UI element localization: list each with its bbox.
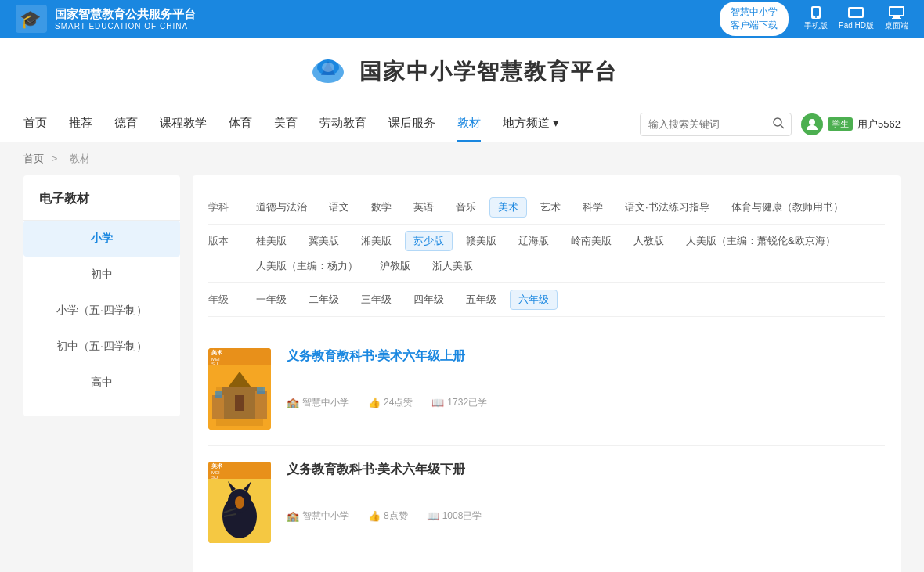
book-cover-svg-1: 美术 MEI SU — [208, 348, 271, 430]
user-info[interactable]: 学生 用户5562 — [801, 113, 901, 135]
nav-labor[interactable]: 劳动教育 — [319, 106, 366, 142]
sidebar-item-high[interactable]: 高中 — [23, 365, 180, 401]
grade-2[interactable]: 二年级 — [300, 290, 348, 310]
book-info-1: 义务教育教科书·美术六年级上册 🏫 智慧中小学 👍 24点赞 📖 1732 — [287, 348, 885, 409]
search-button[interactable] — [766, 117, 791, 131]
top-header-right: 智慧中小学客户端下载 手机版 Pad HD版 — [720, 2, 908, 36]
nav-sports[interactable]: 体育 — [229, 106, 252, 142]
breadcrumb-separator: > — [52, 153, 58, 164]
nav-home[interactable]: 首页 — [23, 106, 47, 142]
filter-art[interactable]: 美术 — [489, 197, 527, 218]
svg-line-16 — [781, 125, 784, 128]
grade-filter-tags: 一年级 二年级 三年级 四年级 五年级 六年级 — [247, 290, 558, 310]
avatar — [801, 113, 823, 135]
book-info-2: 义务教育教科书·美术六年级下册 🏫 智慧中小学 👍 8点赞 📖 1008已 — [287, 462, 885, 523]
like-icon-2: 👍 — [368, 510, 381, 522]
edition-ren-yang[interactable]: 人美版（主编：杨力） — [247, 256, 366, 276]
svg-point-14 — [322, 63, 334, 72]
platform-header: 国家中小学智慧教育平台 — [0, 38, 924, 106]
filter-calligraphy[interactable]: 语文·书法练习指导 — [616, 197, 718, 218]
book-cover-2[interactable]: 美术 MEI SU — [208, 462, 271, 543]
edition-ren[interactable]: 人教版 — [625, 231, 673, 251]
book-likes-label-2: 8点赞 — [384, 509, 408, 523]
desktop-icon — [888, 6, 905, 19]
book-cover-1[interactable]: 美术 MEI SU — [208, 348, 271, 430]
filter-science[interactable]: 科学 — [574, 197, 612, 218]
user-name: 用户5562 — [857, 117, 901, 131]
edition-liao[interactable]: 辽海版 — [510, 231, 558, 251]
book-likes-1: 👍 24点赞 — [368, 396, 413, 409]
nav-textbook[interactable]: 教材 — [457, 106, 481, 142]
grade-6[interactable]: 六年级 — [510, 290, 558, 310]
nav-local[interactable]: 地方频道 ▾ — [503, 106, 559, 142]
book-cover-svg-2: 美术 MEI SU — [208, 462, 271, 543]
svg-text:SU: SU — [211, 475, 218, 480]
nav-after-school[interactable]: 课后服务 — [388, 106, 435, 142]
grade-1[interactable]: 一年级 — [247, 290, 295, 310]
filter-moral[interactable]: 道德与法治 — [247, 197, 316, 218]
platform-logo: 国家中小学智慧教育平台 — [307, 50, 618, 93]
platform-logo-icon — [307, 50, 350, 93]
filter-arts-general[interactable]: 艺术 — [532, 197, 569, 218]
svg-point-40 — [235, 496, 244, 509]
grade-filter-label: 年级 — [208, 290, 232, 307]
filter-math[interactable]: 数学 — [363, 197, 400, 218]
breadcrumb: 首页 > 教材 — [0, 142, 924, 175]
edition-ling[interactable]: 岭南美版 — [562, 231, 620, 251]
download-button[interactable]: 智慧中小学客户端下载 — [720, 2, 789, 36]
search-input[interactable] — [641, 118, 766, 130]
book-reads-1: 📖 1732已学 — [431, 396, 487, 409]
book-list: 美术 MEI SU — [208, 333, 885, 559]
phone-device[interactable]: 手机版 — [804, 6, 828, 31]
breadcrumb-home[interactable]: 首页 — [23, 153, 44, 164]
grade-5[interactable]: 五年级 — [457, 290, 505, 310]
book-reads-label-1: 1732已学 — [447, 396, 487, 409]
nav-recommend[interactable]: 推荐 — [69, 106, 92, 142]
logo-main-text: 国家智慧教育公共服务平台 — [55, 6, 196, 22]
desktop-device[interactable]: 桌面端 — [885, 6, 908, 31]
filter-pe[interactable]: 体育与健康（教师用书） — [723, 197, 852, 218]
sidebar: 电子教材 小学 初中 小学（五·四学制） 初中（五·四学制） 高中 — [23, 175, 180, 416]
grade-3[interactable]: 三年级 — [352, 290, 400, 310]
book-source-1: 🏫 智慧中小学 — [287, 396, 349, 409]
book-reads-label-2: 1008已学 — [442, 509, 482, 523]
sidebar-item-primary[interactable]: 小学 — [23, 221, 180, 257]
edition-su[interactable]: 苏少版 — [405, 231, 453, 251]
tablet-device[interactable]: Pad HD版 — [839, 6, 874, 31]
building-icon-1: 🏫 — [287, 397, 299, 408]
svg-rect-10 — [892, 18, 901, 19]
svg-text:美术: 美术 — [211, 462, 223, 469]
book-title-1[interactable]: 义务教育教科书·美术六年级上册 — [287, 348, 885, 365]
edition-ren-xiao[interactable]: 人美版（主编：萧锐伦&欧京海） — [677, 231, 844, 251]
book-item: 美术 MEI SU — [208, 333, 885, 446]
edition-ji[interactable]: 冀美版 — [300, 231, 348, 251]
filter-chinese[interactable]: 语文 — [320, 197, 358, 218]
phone-label: 手机版 — [804, 20, 828, 31]
svg-point-4 — [815, 16, 817, 18]
nav-moral[interactable]: 德育 — [114, 106, 138, 142]
grade-4[interactable]: 四年级 — [405, 290, 453, 310]
filter-english[interactable]: 英语 — [405, 197, 442, 218]
edition-zhe[interactable]: 浙人美版 — [424, 256, 482, 276]
nav-bar: 首页 推荐 德育 课程教学 体育 美育 劳动教育 课后服务 教材 地方频道 ▾ — [0, 106, 924, 142]
nav-course[interactable]: 课程教学 — [160, 106, 207, 142]
edition-gan[interactable]: 赣美版 — [457, 231, 505, 251]
svg-rect-6 — [850, 9, 862, 16]
book-title-2[interactable]: 义务教育教科书·美术六年级下册 — [287, 462, 885, 478]
sidebar-item-primary-54[interactable]: 小学（五·四学制） — [23, 293, 180, 329]
desktop-label: 桌面端 — [885, 20, 908, 31]
sidebar-item-middle[interactable]: 初中 — [23, 257, 180, 293]
main-layout: 电子教材 小学 初中 小学（五·四学制） 初中（五·四学制） 高中 学科 道德与… — [0, 175, 924, 572]
nav-arts[interactable]: 美育 — [274, 106, 298, 142]
edition-xiang[interactable]: 湘美版 — [352, 231, 400, 251]
logo-icon: 🎓 — [16, 5, 47, 33]
svg-rect-9 — [893, 16, 900, 18]
sidebar-item-middle-54[interactable]: 初中（五·四学制） — [23, 329, 180, 365]
nav-right: 学生 用户5562 — [640, 113, 901, 136]
svg-text:SU: SU — [211, 362, 218, 366]
edition-gui[interactable]: 桂美版 — [247, 231, 295, 251]
filter-music[interactable]: 音乐 — [447, 197, 485, 218]
svg-rect-8 — [890, 8, 903, 15]
edition-hu[interactable]: 沪教版 — [371, 256, 419, 276]
filter-subject-row: 学科 道德与法治 语文 数学 英语 音乐 美术 艺术 科学 语文·书法练习指导 … — [208, 191, 885, 225]
